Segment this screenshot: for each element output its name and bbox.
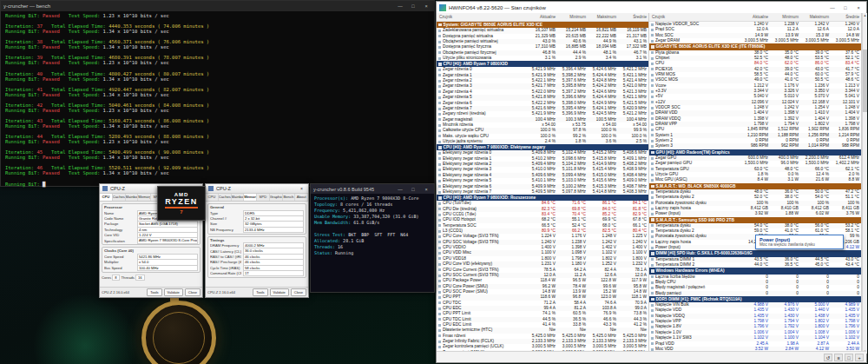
tab-cpu[interactable]: CPU — [206, 194, 219, 201]
tools-button[interactable]: Tools — [253, 288, 267, 296]
sensor-section-header[interactable]: GPU [#0]: AMD Radeon(TM) Graphics — [649, 149, 861, 156]
maximize-button[interactable]: □ — [408, 1, 418, 11]
sensor-section-header[interactable]: CPU [#0]: AMD Ryzen 7 9800X3D: Rozszerzo… — [437, 195, 648, 201]
console-line: Status: Running — [314, 250, 431, 256]
scroll-up-icon[interactable]: ▲ — [863, 13, 867, 17]
hwinfo-footer-toolbar: ↺ ≡ □ + — [437, 351, 866, 362]
tab-spd[interactable]: SPD — [257, 194, 270, 201]
close-button[interactable]: × — [421, 184, 431, 195]
scrollbar-thumb[interactable] — [863, 50, 867, 112]
validate-button[interactable]: Validate — [270, 288, 289, 296]
bit-label: Running BiT: — [5, 182, 43, 187]
field-value[interactable]: 1T — [243, 270, 304, 276]
sensor-section-header[interactable]: CPU [#0]: AMD Ryzen 7 9800X3D — [437, 61, 648, 67]
tab-bench[interactable]: Bench — [283, 194, 296, 201]
sensor-section-header[interactable]: GIGABYTE B650E AORUS ELITE X3D ICE (ITE … — [649, 43, 861, 50]
sensor-row-icon — [651, 68, 654, 70]
bit-label: Running BiT: — [5, 76, 43, 82]
validate-button[interactable]: Validate — [164, 288, 183, 296]
sensor-row-icon — [438, 113, 441, 116]
sensor-row-icon — [438, 180, 441, 182]
column-sensor[interactable]: Czujnik — [649, 13, 740, 21]
sensor-row-icon — [651, 107, 654, 109]
maximize-button[interactable]: □ — [408, 184, 418, 195]
sensor-value: 986 RPM — [740, 143, 770, 149]
terminal-titlebar[interactable]: y-cruncher — bench — □ × — [1, 1, 434, 11]
speed-value: 1.34 x 10^10 bits / sec — [103, 92, 169, 97]
minimize-button[interactable]: — — [395, 1, 405, 11]
speed-value: 1.34 x 10^10 bits / sec — [103, 170, 169, 175]
sensor-row-icon — [438, 74, 441, 76]
sensor-section-header[interactable]: S.M.A.R.T.: Samsung SSD 990 PRO 2TB — [649, 217, 861, 223]
layout-icon[interactable]: □ — [845, 354, 853, 361]
sensor-section-header[interactable]: Windows Hardware Errors (WHEA) — [649, 268, 861, 274]
tab-memory[interactable]: Memory — [138, 194, 151, 201]
tab-graphics[interactable]: Graphics — [270, 194, 283, 201]
tab-caches[interactable]: Caches — [113, 194, 126, 201]
field-label: Type — [210, 211, 241, 215]
sensor-section-header[interactable]: DIMM [#0] SPD Hub: G.SKILL F5-6000J2636H… — [649, 250, 861, 256]
minimize-button[interactable]: — — [827, 3, 838, 13]
close-button[interactable]: Close — [291, 288, 306, 296]
cpuz-groupbox: TimingsDRAM Frequency4000.2 MHzCAS# Late… — [207, 236, 306, 278]
sensor-section-header[interactable]: CPU [#0]: AMD Ryzen 7 9800X3D: Efektywne… — [437, 144, 648, 150]
minimize-button[interactable]: — — [395, 184, 405, 195]
column-maximum[interactable]: Maksimum — [588, 13, 618, 21]
console-line: Mem Bandwidth: 61.8 GiB/s — [314, 220, 431, 226]
tab-about[interactable]: About — [295, 194, 308, 201]
terminal-title: y-cruncher — bench — [3, 3, 392, 9]
maximize-button[interactable]: □ — [840, 3, 851, 13]
sensor-row-icon — [651, 230, 654, 233]
reset-values-icon[interactable]: ↺ — [824, 354, 832, 361]
sensor-row-icon — [438, 224, 441, 227]
sensor-section-header[interactable]: S.M.A.R.T.: WD_BLACK SN850X 4000GB — [649, 183, 861, 189]
field-label: Cycle Time (tRAS) — [210, 266, 241, 270]
sensor-row-icon — [651, 191, 654, 194]
sensor-value: 5,408.3 MHz — [618, 189, 648, 195]
sensor-row-icon — [651, 264, 654, 267]
bit-status: Passed — [43, 92, 60, 97]
cpuz-titlebar[interactable]: CPU-Z × — [206, 184, 308, 194]
tab-mainboard[interactable]: Mainboard — [126, 194, 139, 201]
scrollbar[interactable]: ▲ ▼ — [862, 13, 867, 354]
ycruncher-body[interactable]: Processor(s): AMD Ryzen 7 9800X3D 8-Core… — [311, 194, 434, 258]
column-minimum[interactable]: Minimum — [557, 13, 588, 21]
cpuz-tabs: CPUCachesMainboardMemorySPDGraphicsBench… — [206, 194, 308, 202]
field-value[interactable]: 100.40 MHz — [137, 265, 198, 271]
tab-caches[interactable]: Caches — [219, 194, 232, 201]
ycruncher-titlebar[interactable]: y-cruncher v0.8.6 Build 9545 — □ × — [311, 184, 434, 194]
column-minimum[interactable]: Minimum — [770, 13, 800, 21]
desktop: y-cruncher — bench — □ × Running BiT: Pa… — [0, 0, 868, 364]
column-average[interactable]: Średnie — [831, 13, 861, 21]
sensor-section-header[interactable]: System: GIGABYTE B650E AORUS ELITE X3D I… — [437, 22, 648, 28]
tab-mainboard[interactable]: Mainboard — [232, 194, 245, 201]
column-sensor[interactable]: Czujnik — [437, 13, 527, 21]
sensor-section-header[interactable]: DDR5 DIMM [#1]: PMIC (Richtek RTQ5119A) — [649, 296, 861, 302]
close-button[interactable]: × — [853, 3, 864, 13]
column-current[interactable]: Aktualne — [740, 13, 770, 21]
field-row: Command Rate (CR)1T — [210, 271, 304, 276]
column-average[interactable]: Średnie — [618, 13, 648, 21]
sensor-row-icon — [651, 117, 654, 120]
sensor-row-icon — [651, 90, 654, 93]
bit-label: Running BiT: — [5, 139, 43, 144]
tools-button[interactable]: Tools — [147, 288, 161, 296]
tab-cpu[interactable]: CPU — [100, 194, 113, 201]
column-current[interactable]: Aktualne — [527, 13, 557, 21]
close-button[interactable]: × — [421, 1, 431, 11]
sensor-section-title: GIGABYTE B650E AORUS ELITE X3D ICE (ITE … — [656, 43, 766, 50]
hwinfo-titlebar[interactable]: HWiNFO64 v8.22-5620 — Stan czujników — □… — [437, 2, 866, 14]
field-value[interactable]: AMD Ryzen 7 9800X3D 8-Core Processor — [137, 237, 198, 243]
sensor-row-icon — [651, 34, 654, 36]
terminal-body[interactable]: Running BiT: Passed Test Speed: 1.23 x 1… — [1, 11, 434, 189]
tab-memory[interactable]: Memory — [244, 194, 257, 201]
close-button[interactable]: × — [298, 184, 306, 193]
settings-gear-icon[interactable]: + — [855, 354, 864, 361]
sensor-row-icon — [438, 280, 441, 282]
close-button[interactable]: Close — [185, 288, 201, 296]
column-maximum[interactable]: Maksimum — [800, 13, 831, 21]
sensor-row-icon — [651, 202, 654, 204]
logging-icon[interactable]: ≡ — [834, 354, 843, 361]
sensor-row-icon — [438, 308, 441, 310]
field-value[interactable]: 2133.4 MHz — [243, 227, 304, 233]
